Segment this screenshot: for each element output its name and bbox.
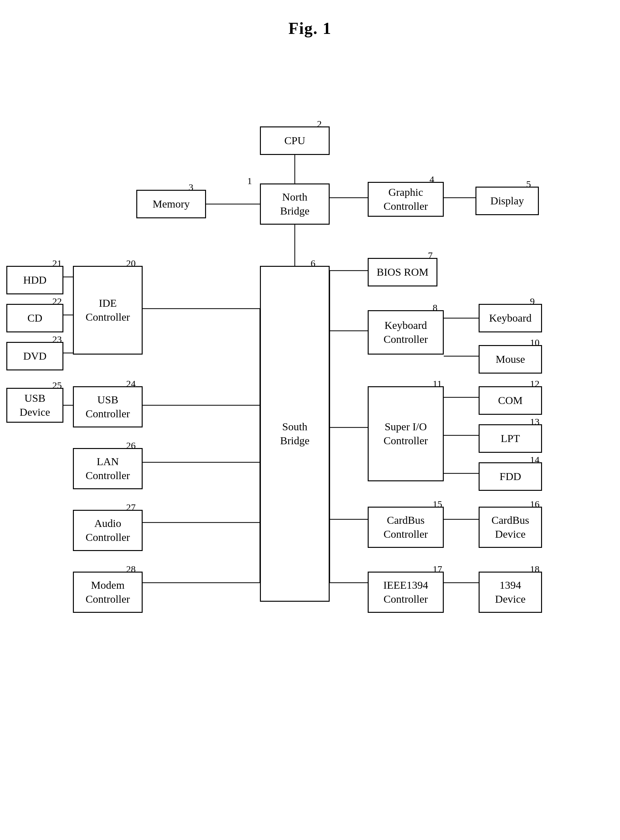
- cd-box: CD: [6, 304, 63, 332]
- memory-label: Memory: [152, 197, 190, 211]
- lpt-label: LPT: [501, 431, 520, 445]
- south-bridge-label: SouthBridge: [280, 420, 310, 448]
- lpt-num: 13: [530, 416, 539, 427]
- cardbus-ctrl-box: CardBusController: [368, 506, 444, 548]
- keyboard-num: 9: [530, 296, 535, 307]
- usb-ctrl-label: USBController: [86, 393, 130, 421]
- super-io-num: 11: [433, 378, 442, 389]
- cpu-box: CPU: [260, 126, 330, 155]
- keyboard-ctrl-box: KeyboardController: [368, 310, 444, 355]
- north-bridge-box: NorthBridge: [260, 183, 330, 225]
- keyboard-ctrl-num: 8: [433, 302, 438, 313]
- memory-box: Memory: [136, 190, 206, 218]
- usb-ctrl-box: USBController: [73, 386, 143, 427]
- modem-ctrl-label: ModemController: [86, 578, 130, 606]
- bios-rom-num: 7: [428, 250, 433, 261]
- lan-ctrl-num: 26: [126, 440, 135, 451]
- keyboard-label: Keyboard: [489, 311, 531, 325]
- cardbus-device-label: CardBusDevice: [492, 513, 529, 541]
- bios-rom-label: BIOS ROM: [376, 265, 428, 279]
- mouse-box: Mouse: [479, 345, 542, 374]
- north-bridge-label: NorthBridge: [280, 190, 310, 218]
- cardbus-device-box: CardBusDevice: [479, 506, 542, 548]
- mouse-num: 10: [530, 337, 539, 348]
- com-label: COM: [498, 394, 522, 407]
- modem-ctrl-num: 28: [126, 564, 135, 574]
- page-title: Fig. 1: [0, 0, 620, 50]
- south-bridge-num: 6: [311, 258, 315, 269]
- hdd-label: HDD: [23, 273, 47, 287]
- north-bridge-num: 1: [247, 176, 252, 186]
- audio-ctrl-label: AudioController: [86, 517, 130, 544]
- cardbus-ctrl-num: 15: [433, 499, 442, 509]
- dvd-num: 23: [52, 334, 62, 345]
- hdd-num: 21: [52, 258, 62, 269]
- cardbus-device-num: 16: [530, 499, 539, 509]
- lpt-box: LPT: [479, 424, 542, 453]
- lan-ctrl-box: LANController: [73, 448, 143, 489]
- super-io-label: Super I/OController: [384, 420, 428, 448]
- fdd-num: 14: [530, 454, 539, 465]
- dvd-label: DVD: [23, 349, 47, 363]
- ieee1394-ctrl-box: IEEE1394Controller: [368, 572, 444, 613]
- south-bridge-box: SouthBridge: [260, 266, 330, 602]
- device1394-box: 1394Device: [479, 572, 542, 613]
- keyboard-ctrl-label: KeyboardController: [384, 319, 428, 346]
- audio-ctrl-num: 27: [126, 502, 135, 513]
- device1394-label: 1394Device: [495, 578, 525, 606]
- cd-num: 22: [52, 296, 62, 307]
- display-box: Display: [476, 186, 539, 215]
- dvd-box: DVD: [6, 342, 63, 370]
- super-io-box: Super I/OController: [368, 386, 444, 481]
- keyboard-box: Keyboard: [479, 304, 542, 332]
- fdd-box: FDD: [479, 462, 542, 491]
- bios-rom-box: BIOS ROM: [368, 258, 438, 287]
- hdd-box: HDD: [6, 266, 63, 295]
- lan-ctrl-label: LANController: [86, 455, 130, 482]
- ieee1394-ctrl-num: 17: [433, 564, 442, 574]
- usb-device-box: USBDevice: [6, 388, 63, 423]
- usb-device-label: USBDevice: [20, 391, 50, 419]
- cpu-num: 2: [317, 119, 322, 129]
- com-num: 12: [530, 378, 539, 389]
- audio-ctrl-box: AudioController: [73, 510, 143, 551]
- cardbus-ctrl-label: CardBusController: [384, 513, 428, 541]
- mouse-label: Mouse: [496, 352, 525, 366]
- usb-device-num: 25: [52, 380, 62, 391]
- fdd-label: FDD: [500, 470, 521, 484]
- cpu-label: CPU: [284, 134, 305, 148]
- graphic-ctrl-box: GraphicController: [368, 182, 444, 217]
- ide-ctrl-label: IDEController: [86, 296, 130, 324]
- graphic-ctrl-num: 4: [429, 174, 434, 185]
- graphic-ctrl-label: GraphicController: [384, 185, 428, 213]
- display-num: 5: [526, 179, 531, 189]
- display-label: Display: [491, 194, 524, 208]
- memory-num: 3: [189, 182, 193, 193]
- ide-ctrl-box: IDEController: [73, 266, 143, 355]
- ide-ctrl-num: 20: [126, 258, 135, 269]
- usb-ctrl-num: 24: [126, 378, 135, 389]
- ieee1394-ctrl-label: IEEE1394Controller: [383, 578, 428, 606]
- com-box: COM: [479, 386, 542, 415]
- diagram: CPU 2 NorthBridge 1 Memory 3 GraphicCont…: [0, 50, 620, 840]
- modem-ctrl-box: ModemController: [73, 572, 143, 613]
- device1394-num: 18: [530, 564, 539, 574]
- cd-label: CD: [27, 311, 42, 325]
